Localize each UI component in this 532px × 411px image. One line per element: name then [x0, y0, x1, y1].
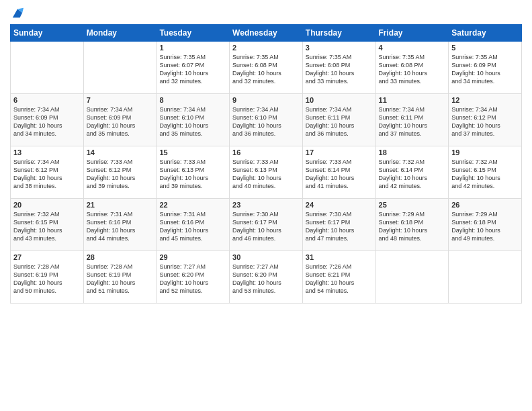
week-row-5: 27Sunrise: 7:28 AM Sunset: 6:19 PM Dayli… [11, 251, 522, 304]
day-cell: 2Sunrise: 7:35 AM Sunset: 6:08 PM Daylig… [230, 42, 303, 94]
day-number: 14 [87, 148, 154, 156]
day-info: Sunrise: 7:27 AM Sunset: 6:20 PM Dayligh… [232, 263, 300, 295]
day-cell: 7Sunrise: 7:34 AM Sunset: 6:09 PM Daylig… [83, 94, 157, 146]
weekday-header-row: SundayMondayTuesdayWednesdayThursdayFrid… [11, 25, 522, 42]
day-cell: 15Sunrise: 7:33 AM Sunset: 6:13 PM Dayli… [157, 146, 230, 199]
calendar-table: SundayMondayTuesdayWednesdayThursdayFrid… [10, 24, 522, 304]
day-cell [375, 251, 449, 304]
day-cell: 4Sunrise: 7:35 AM Sunset: 6:08 PM Daylig… [375, 42, 449, 94]
day-cell: 18Sunrise: 7:32 AM Sunset: 6:14 PM Dayli… [375, 146, 449, 199]
day-info: Sunrise: 7:32 AM Sunset: 6:15 PM Dayligh… [451, 158, 519, 191]
day-info: Sunrise: 7:34 AM Sunset: 6:09 PM Dayligh… [13, 105, 81, 138]
day-cell: 26Sunrise: 7:29 AM Sunset: 6:18 PM Dayli… [449, 199, 522, 251]
day-info: Sunrise: 7:31 AM Sunset: 6:16 PM Dayligh… [159, 210, 226, 243]
day-number: 5 [451, 44, 519, 52]
day-info: Sunrise: 7:35 AM Sunset: 6:07 PM Dayligh… [159, 53, 226, 86]
day-info: Sunrise: 7:30 AM Sunset: 6:17 PM Dayligh… [232, 210, 300, 243]
day-number: 22 [159, 201, 226, 209]
day-number: 17 [306, 148, 373, 156]
day-number: 3 [306, 44, 373, 52]
day-cell: 25Sunrise: 7:29 AM Sunset: 6:18 PM Dayli… [375, 199, 449, 251]
day-number: 1 [159, 44, 226, 52]
day-number: 18 [379, 148, 446, 156]
day-cell: 31Sunrise: 7:26 AM Sunset: 6:21 PM Dayli… [302, 251, 375, 304]
day-info: Sunrise: 7:35 AM Sunset: 6:08 PM Dayligh… [379, 53, 446, 86]
day-number: 23 [232, 201, 300, 209]
weekday-header-saturday: Saturday [449, 25, 522, 42]
day-cell: 20Sunrise: 7:32 AM Sunset: 6:15 PM Dayli… [11, 199, 84, 251]
day-info: Sunrise: 7:35 AM Sunset: 6:09 PM Dayligh… [451, 53, 519, 86]
day-cell: 16Sunrise: 7:33 AM Sunset: 6:13 PM Dayli… [230, 146, 303, 199]
day-cell: 19Sunrise: 7:32 AM Sunset: 6:15 PM Dayli… [449, 146, 522, 199]
logo [10, 7, 24, 19]
day-number: 20 [13, 201, 81, 209]
day-cell: 13Sunrise: 7:34 AM Sunset: 6:12 PM Dayli… [11, 146, 84, 199]
day-number: 13 [13, 148, 81, 156]
day-number: 11 [379, 96, 446, 104]
day-info: Sunrise: 7:35 AM Sunset: 6:08 PM Dayligh… [306, 53, 373, 86]
day-info: Sunrise: 7:34 AM Sunset: 6:12 PM Dayligh… [13, 158, 81, 191]
day-cell [11, 42, 84, 94]
day-cell: 22Sunrise: 7:31 AM Sunset: 6:16 PM Dayli… [157, 199, 230, 251]
day-number: 10 [306, 96, 373, 104]
day-number: 2 [232, 44, 300, 52]
day-info: Sunrise: 7:30 AM Sunset: 6:17 PM Dayligh… [306, 210, 373, 243]
day-number: 26 [451, 201, 519, 209]
day-number: 31 [306, 253, 373, 261]
day-number: 27 [13, 253, 81, 261]
day-number: 16 [232, 148, 300, 156]
day-cell: 29Sunrise: 7:27 AM Sunset: 6:20 PM Dayli… [157, 251, 230, 304]
day-cell: 6Sunrise: 7:34 AM Sunset: 6:09 PM Daylig… [11, 94, 84, 146]
day-cell: 11Sunrise: 7:34 AM Sunset: 6:11 PM Dayli… [375, 94, 449, 146]
header [10, 7, 522, 19]
day-info: Sunrise: 7:34 AM Sunset: 6:09 PM Dayligh… [87, 105, 154, 138]
day-cell: 17Sunrise: 7:33 AM Sunset: 6:14 PM Dayli… [302, 146, 375, 199]
day-number: 15 [159, 148, 226, 156]
weekday-header-thursday: Thursday [302, 25, 375, 42]
day-number: 4 [379, 44, 446, 52]
day-info: Sunrise: 7:33 AM Sunset: 6:13 PM Dayligh… [232, 158, 300, 191]
day-cell: 27Sunrise: 7:28 AM Sunset: 6:19 PM Dayli… [11, 251, 84, 304]
day-info: Sunrise: 7:29 AM Sunset: 6:18 PM Dayligh… [379, 210, 446, 243]
day-info: Sunrise: 7:33 AM Sunset: 6:12 PM Dayligh… [87, 158, 154, 191]
day-cell [83, 42, 157, 94]
day-number: 25 [379, 201, 446, 209]
week-row-4: 20Sunrise: 7:32 AM Sunset: 6:15 PM Dayli… [11, 199, 522, 251]
day-info: Sunrise: 7:31 AM Sunset: 6:16 PM Dayligh… [87, 210, 154, 243]
day-info: Sunrise: 7:28 AM Sunset: 6:19 PM Dayligh… [13, 263, 81, 295]
day-info: Sunrise: 7:35 AM Sunset: 6:08 PM Dayligh… [232, 53, 300, 86]
logo-icon [11, 7, 24, 19]
day-info: Sunrise: 7:32 AM Sunset: 6:15 PM Dayligh… [13, 210, 81, 243]
day-info: Sunrise: 7:32 AM Sunset: 6:14 PM Dayligh… [379, 158, 446, 191]
page: SundayMondayTuesdayWednesdayThursdayFrid… [0, 0, 532, 411]
day-cell: 21Sunrise: 7:31 AM Sunset: 6:16 PM Dayli… [83, 199, 157, 251]
day-cell: 9Sunrise: 7:34 AM Sunset: 6:10 PM Daylig… [230, 94, 303, 146]
weekday-header-sunday: Sunday [11, 25, 84, 42]
day-cell: 10Sunrise: 7:34 AM Sunset: 6:11 PM Dayli… [302, 94, 375, 146]
day-cell: 24Sunrise: 7:30 AM Sunset: 6:17 PM Dayli… [302, 199, 375, 251]
day-number: 30 [232, 253, 300, 261]
day-number: 19 [451, 148, 519, 156]
day-info: Sunrise: 7:34 AM Sunset: 6:10 PM Dayligh… [159, 105, 226, 138]
weekday-header-monday: Monday [83, 25, 157, 42]
day-cell: 28Sunrise: 7:28 AM Sunset: 6:19 PM Dayli… [83, 251, 157, 304]
day-number: 28 [87, 253, 154, 261]
weekday-header-wednesday: Wednesday [230, 25, 303, 42]
day-info: Sunrise: 7:27 AM Sunset: 6:20 PM Dayligh… [159, 263, 226, 295]
day-info: Sunrise: 7:28 AM Sunset: 6:19 PM Dayligh… [87, 263, 154, 295]
day-number: 29 [159, 253, 226, 261]
day-number: 24 [306, 201, 373, 209]
day-cell: 30Sunrise: 7:27 AM Sunset: 6:20 PM Dayli… [230, 251, 303, 304]
day-info: Sunrise: 7:34 AM Sunset: 6:11 PM Dayligh… [379, 105, 446, 138]
day-cell: 14Sunrise: 7:33 AM Sunset: 6:12 PM Dayli… [83, 146, 157, 199]
day-info: Sunrise: 7:33 AM Sunset: 6:14 PM Dayligh… [306, 158, 373, 191]
day-info: Sunrise: 7:29 AM Sunset: 6:18 PM Dayligh… [451, 210, 519, 243]
week-row-2: 6Sunrise: 7:34 AM Sunset: 6:09 PM Daylig… [11, 94, 522, 146]
day-number: 8 [159, 96, 226, 104]
day-number: 21 [87, 201, 154, 209]
weekday-header-tuesday: Tuesday [157, 25, 230, 42]
day-cell [449, 251, 522, 304]
week-row-1: 1Sunrise: 7:35 AM Sunset: 6:07 PM Daylig… [11, 42, 522, 94]
day-cell: 5Sunrise: 7:35 AM Sunset: 6:09 PM Daylig… [449, 42, 522, 94]
day-number: 6 [13, 96, 81, 104]
